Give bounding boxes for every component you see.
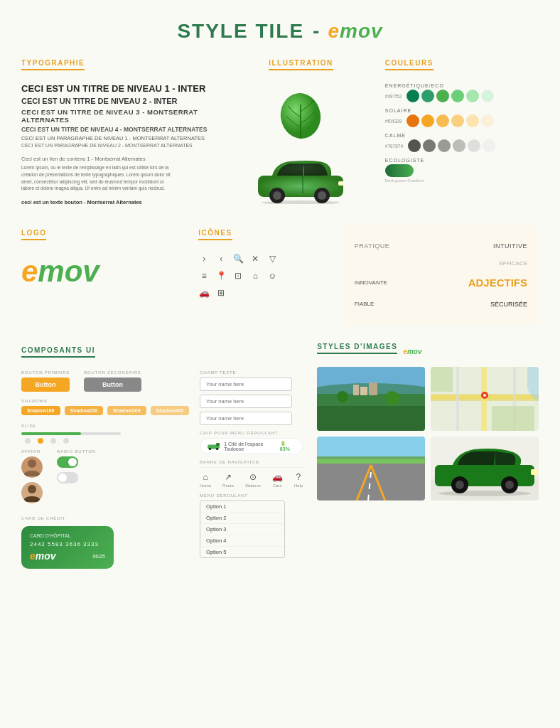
- page-title: STYLE TILE: [177, 20, 304, 43]
- menu-section: MENU DÉROULANT Option 1 Option 2 Option …: [200, 493, 303, 558]
- pin-icon: 📍: [215, 270, 227, 282]
- shadow-400: Shadow400: [151, 406, 190, 415]
- chip-item[interactable]: 1 Cité de l'espace Toulouse 🔋 83%: [200, 438, 303, 454]
- car-green-svg: [431, 437, 539, 500]
- svg-point-49: [456, 481, 464, 489]
- toggle-on[interactable]: [57, 456, 78, 468]
- styles-images-header: STYLES D'IMAGES emov: [317, 343, 539, 360]
- chip-dest-text: 1 Cité de l'espace Toulouse: [224, 441, 276, 451]
- input-field-1[interactable]: [200, 378, 292, 391]
- card-logo-emov: emov: [30, 550, 56, 562]
- slide-dot-active: [38, 438, 43, 444]
- slide-dots: [21, 438, 189, 444]
- nav-home[interactable]: ⌂ Home: [200, 472, 211, 488]
- slide-track[interactable]: [21, 432, 121, 435]
- adjectifs-box: PRATIQUE INTUITIVE EFFICACE INNOVANTE AD…: [343, 225, 539, 325]
- option-2[interactable]: Option 2: [200, 513, 284, 524]
- logo-label: LOGO: [21, 229, 46, 240]
- radio-section: RADIO BUTTON: [57, 449, 96, 510]
- couleurs-label: COULEURS: [385, 59, 434, 70]
- row1: TYPOGRAPHIE CECI EST UN TITRE DE NIVEAU …: [21, 55, 539, 208]
- eco2-note: Dark green Gradient: [385, 178, 539, 183]
- car-chip-icon: [208, 442, 220, 451]
- toggle-knob-off: [58, 473, 67, 482]
- row2: LOGO emov ICÔNES › ‹ 🔍 ✕ ▽ ≡ 📍 ⊡ ⌂ ☺: [21, 225, 539, 325]
- svg-point-11: [28, 459, 36, 468]
- nav-help[interactable]: ? Help: [294, 472, 303, 488]
- filter-icon: ▽: [266, 253, 278, 264]
- svg-rect-31: [481, 367, 487, 431]
- shadows-section: SHADOWS Shadow100 Shadow200 Shadow300 Sh…: [21, 399, 189, 415]
- input-field-2[interactable]: [200, 395, 292, 408]
- nav-route-label: Route: [222, 483, 234, 488]
- image-map: [431, 367, 539, 431]
- typo-h4: CECI EST UN TITRE DE NIVEAU 4 - MONTSERR…: [21, 126, 217, 133]
- image-car-green: [431, 437, 539, 500]
- svg-point-16: [209, 447, 211, 449]
- svg-rect-35: [492, 406, 534, 431]
- avatar-label: AVATAR: [21, 449, 43, 454]
- input-field-3[interactable]: [200, 412, 292, 425]
- swatch: [436, 90, 449, 102]
- comp-layout: BOUTON PRIMAIRE Button BOUTON SECONDAIRE…: [21, 370, 303, 574]
- option-5[interactable]: Option 5: [200, 547, 284, 557]
- swatch: [436, 114, 449, 127]
- images-grid: [317, 367, 539, 500]
- eco-swatches: #087f52: [385, 90, 539, 102]
- header: STYLE TILE - emov: [0, 0, 560, 55]
- svg-rect-47: [435, 465, 534, 486]
- adj-fiable: FIABLE: [355, 301, 375, 308]
- champ-texte-label: CHAMP TEXTE: [200, 370, 303, 375]
- nav-cars-label: Cars: [273, 483, 282, 488]
- card-number: 2442 5583 3636 3333: [30, 541, 105, 547]
- home-icon: ⌂: [249, 270, 261, 282]
- nav-route[interactable]: ↗ Route: [222, 472, 234, 488]
- option-1[interactable]: Option 1: [200, 501, 284, 513]
- eco2-swatches: [385, 164, 539, 177]
- option-4[interactable]: Option 4: [200, 535, 284, 547]
- input-fields: [200, 378, 303, 425]
- leaf-icon: [272, 90, 329, 147]
- swatch: [466, 90, 479, 102]
- adj-innovante: INNOVANTE: [355, 279, 387, 286]
- svg-point-6: [318, 191, 326, 200]
- svg-point-27: [385, 391, 399, 405]
- help-nav-icon: ?: [296, 472, 301, 482]
- navbar-label: BARRE DE NAVIGATION: [200, 460, 303, 464]
- svg-rect-24: [360, 387, 367, 395]
- logo-mov: mov: [38, 255, 99, 288]
- svg-rect-32: [456, 367, 459, 431]
- toggle-knob: [68, 458, 77, 466]
- card-date: 06/25: [92, 554, 105, 559]
- adj-intuitive: INTUITIVE: [493, 242, 527, 250]
- avatar-1: [21, 456, 43, 478]
- slide-dot: [63, 438, 69, 444]
- typographie-section: TYPOGRAPHIE CECI EST UN TITRE DE NIVEAU …: [21, 55, 217, 208]
- chip-label: CHIP POUR MENU DÉROULANT: [200, 431, 303, 435]
- option-3[interactable]: Option 3: [200, 524, 284, 535]
- secondary-button[interactable]: Button: [84, 378, 141, 392]
- svg-rect-23: [353, 385, 359, 395]
- avatar-person2-icon: [21, 482, 43, 503]
- nav-bar: ⌂ Home ↗ Route ⊙ Stations: [200, 467, 303, 488]
- nav-cars[interactable]: 🚗 Cars: [272, 472, 283, 488]
- car-icon: [254, 154, 347, 204]
- typo-body: Lorem ipsum, ou le texte de remplissage …: [21, 164, 178, 192]
- adj-securisee: SÉCURISÉE: [490, 301, 527, 308]
- close-icon: ✕: [249, 253, 261, 264]
- svg-rect-34: [431, 367, 453, 392]
- nav-stations[interactable]: ⊙ Stations: [245, 472, 261, 488]
- primary-button[interactable]: Button: [21, 378, 70, 392]
- shadow-badges: Shadow100 Shadow200 Shadow300 Shadow400: [21, 406, 189, 415]
- swatch: [481, 90, 494, 102]
- adj-pratique: PRATIQUE: [355, 242, 389, 250]
- svg-point-17: [216, 447, 218, 449]
- card-holder-name: CARD D'HÔPITAL: [30, 533, 105, 538]
- stations-nav-icon: ⊙: [249, 472, 257, 482]
- color-group-ecologiste: ECOLOGISTE Dark green Gradient: [385, 158, 539, 183]
- typo-lien: Ceci est un lien de contenu 1 - Montserr…: [21, 156, 217, 162]
- dropdown-menu: Option 1 Option 2 Option 3 Option 4 Opti…: [200, 500, 285, 558]
- swatch: [453, 139, 465, 152]
- toggle-off[interactable]: [57, 472, 78, 483]
- card-bottom: emov 06/25: [30, 550, 105, 562]
